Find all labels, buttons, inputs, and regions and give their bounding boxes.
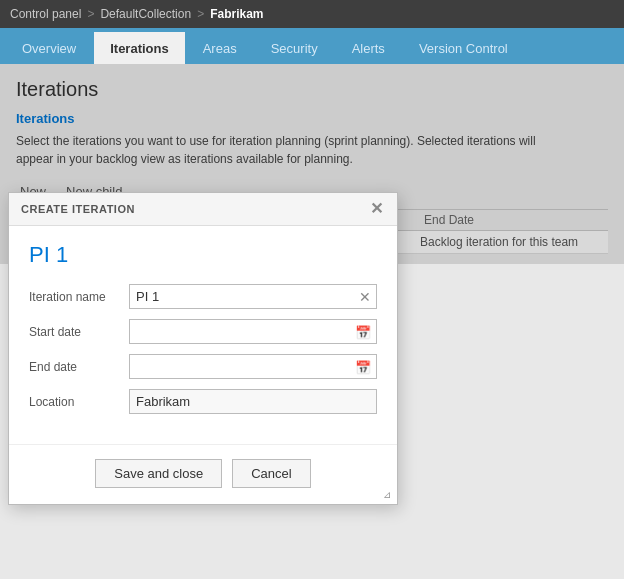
save-and-close-button[interactable]: Save and close	[95, 459, 222, 488]
end-date-label: End date	[29, 360, 129, 374]
iteration-name-input-wrap: ✕	[129, 284, 377, 309]
modal-title-bar: CREATE ITERATION	[21, 203, 135, 215]
location-input-wrap	[129, 389, 377, 414]
tab-alerts[interactable]: Alerts	[336, 32, 401, 64]
cancel-button[interactable]: Cancel	[232, 459, 310, 488]
location-label: Location	[29, 395, 129, 409]
modal-close-button[interactable]: ✕	[368, 201, 386, 217]
tab-areas[interactable]: Areas	[187, 32, 253, 64]
tab-overview[interactable]: Overview	[6, 32, 92, 64]
location-row: Location	[29, 389, 377, 414]
resize-handle[interactable]: ⊿	[383, 490, 395, 502]
modal-footer: Save and close Cancel	[9, 444, 397, 504]
end-date-input-wrap: 📅	[129, 354, 377, 379]
end-date-input[interactable]	[129, 354, 377, 379]
tab-nav: Overview Iterations Areas Security Alert…	[0, 28, 624, 64]
location-input[interactable]	[129, 389, 377, 414]
breadcrumb-bar: Control panel > DefaultCollection > Fabr…	[0, 0, 624, 28]
breadcrumb-current[interactable]: Fabrikam	[210, 7, 263, 21]
breadcrumb-part1[interactable]: Control panel	[10, 7, 81, 21]
start-date-label: Start date	[29, 325, 129, 339]
iteration-name-clear-icon[interactable]: ✕	[359, 289, 371, 305]
modal-iteration-title: PI 1	[29, 242, 377, 268]
start-date-row: Start date 📅	[29, 319, 377, 344]
iteration-name-row: Iteration name ✕	[29, 284, 377, 309]
breadcrumb-part2[interactable]: DefaultCollection	[100, 7, 191, 21]
main-content: Iterations Iterations Select the iterati…	[0, 64, 624, 264]
tab-iterations[interactable]: Iterations	[94, 32, 185, 64]
modal-header: CREATE ITERATION ✕	[9, 193, 397, 226]
iteration-name-input[interactable]	[129, 284, 377, 309]
end-date-calendar-icon[interactable]: 📅	[355, 359, 371, 374]
modal-body: PI 1 Iteration name ✕ Start date 📅 End	[9, 226, 397, 444]
tab-versioncontrol[interactable]: Version Control	[403, 32, 524, 64]
breadcrumb-sep1: >	[87, 7, 94, 21]
iteration-name-label: Iteration name	[29, 290, 129, 304]
breadcrumb-sep2: >	[197, 7, 204, 21]
start-date-input-wrap: 📅	[129, 319, 377, 344]
create-iteration-modal: CREATE ITERATION ✕ PI 1 Iteration name ✕…	[8, 192, 398, 505]
tab-security[interactable]: Security	[255, 32, 334, 64]
start-date-input[interactable]	[129, 319, 377, 344]
start-date-calendar-icon[interactable]: 📅	[355, 324, 371, 339]
end-date-row: End date 📅	[29, 354, 377, 379]
